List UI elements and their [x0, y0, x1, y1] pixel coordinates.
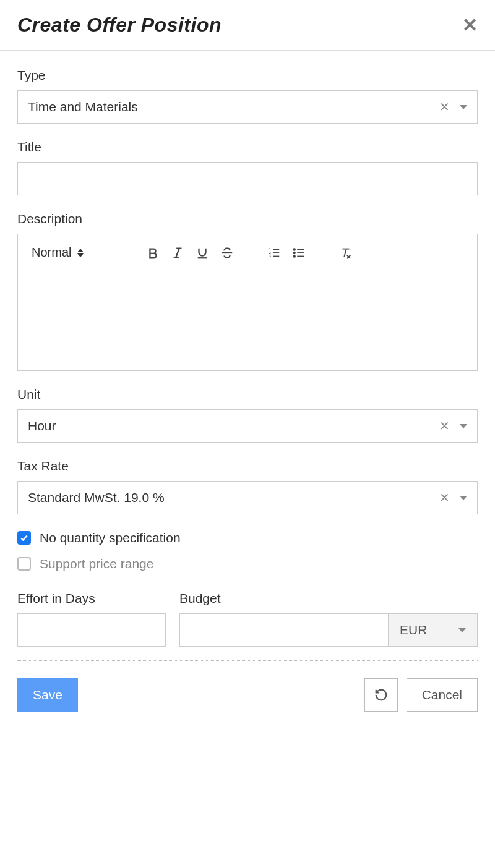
- no-quantity-checkbox[interactable]: [17, 531, 31, 545]
- unit-select-value: Hour: [28, 419, 439, 433]
- chevron-down-icon[interactable]: [460, 424, 467, 428]
- heading-style-value: Normal: [32, 245, 71, 260]
- svg-line-2: [176, 248, 179, 257]
- clear-icon[interactable]: ✕: [439, 420, 450, 432]
- clear-icon[interactable]: ✕: [439, 491, 450, 504]
- price-range-label: Support price range: [40, 556, 153, 571]
- strikethrough-icon[interactable]: [215, 246, 239, 260]
- effort-input[interactable]: [17, 613, 166, 647]
- cancel-button[interactable]: Cancel: [407, 678, 478, 712]
- heading-style-select[interactable]: Normal: [32, 245, 118, 260]
- divider: [17, 660, 478, 661]
- dialog-body: Type Time and Materials ✕ Title Descript…: [0, 51, 495, 729]
- currency-value: EUR: [400, 623, 458, 637]
- clear-formatting-icon[interactable]: [334, 246, 358, 260]
- tax-rate-label: Tax Rate: [17, 459, 478, 474]
- budget-input-group: EUR: [179, 613, 478, 647]
- title-label: Title: [17, 140, 478, 155]
- chevron-down-icon[interactable]: [460, 105, 467, 109]
- tax-rate-select-value: Standard MwSt. 19.0 %: [28, 490, 439, 505]
- bold-icon[interactable]: [140, 246, 165, 260]
- close-icon[interactable]: ✕: [462, 16, 478, 35]
- undo-icon: [374, 688, 388, 702]
- svg-point-14: [293, 249, 295, 250]
- unit-label: Unit: [17, 387, 478, 402]
- editor-toolbar: Normal: [18, 234, 477, 271]
- chevron-down-icon: [458, 628, 466, 632]
- field-title: Title: [17, 140, 478, 195]
- effort-label: Effort in Days: [17, 591, 166, 606]
- svg-point-15: [293, 252, 295, 253]
- no-quantity-label: No quantity specification: [40, 530, 181, 545]
- type-select[interactable]: Time and Materials ✕: [17, 90, 478, 124]
- underline-icon[interactable]: [190, 246, 215, 260]
- type-label: Type: [17, 68, 478, 83]
- budget-input[interactable]: [179, 613, 388, 647]
- field-tax-rate: Tax Rate Standard MwSt. 19.0 % ✕: [17, 459, 478, 514]
- unit-select[interactable]: Hour ✕: [17, 409, 478, 443]
- field-effort: Effort in Days: [17, 591, 166, 647]
- select-controls: ✕: [439, 101, 467, 113]
- unordered-list-icon[interactable]: [286, 246, 311, 260]
- field-description: Description Normal: [17, 211, 478, 371]
- title-input[interactable]: [17, 162, 478, 195]
- svg-text:3: 3: [269, 254, 271, 258]
- select-controls: ✕: [439, 420, 467, 432]
- dialog-footer: Save Cancel: [17, 678, 478, 712]
- dialog-header: Create Offer Position ✕: [0, 0, 495, 51]
- clear-icon[interactable]: ✕: [439, 101, 450, 113]
- italic-icon[interactable]: [165, 246, 190, 260]
- rich-text-editor: Normal: [17, 234, 478, 371]
- select-controls: ✕: [439, 491, 467, 504]
- description-label: Description: [17, 211, 478, 226]
- type-select-value: Time and Materials: [28, 100, 439, 114]
- field-unit: Unit Hour ✕: [17, 387, 478, 443]
- ordered-list-icon[interactable]: 123: [262, 246, 286, 260]
- reset-button[interactable]: [364, 678, 398, 712]
- svg-point-16: [293, 255, 295, 257]
- tax-rate-select[interactable]: Standard MwSt. 19.0 % ✕: [17, 481, 478, 514]
- chevron-down-icon[interactable]: [460, 496, 467, 500]
- dialog-title: Create Offer Position: [17, 14, 222, 36]
- field-budget: Budget EUR: [179, 591, 478, 647]
- price-range-checkbox-row: Support price range: [17, 556, 478, 571]
- field-type: Type Time and Materials ✕: [17, 68, 478, 124]
- no-quantity-checkbox-row: No quantity specification: [17, 530, 478, 545]
- budget-label: Budget: [179, 591, 478, 606]
- sort-caret-icon: [77, 249, 84, 257]
- description-textarea[interactable]: [18, 271, 477, 370]
- currency-select[interactable]: EUR: [388, 613, 478, 647]
- save-button[interactable]: Save: [17, 678, 78, 712]
- price-range-checkbox[interactable]: [17, 557, 31, 571]
- effort-budget-row: Effort in Days Budget EUR: [17, 591, 478, 647]
